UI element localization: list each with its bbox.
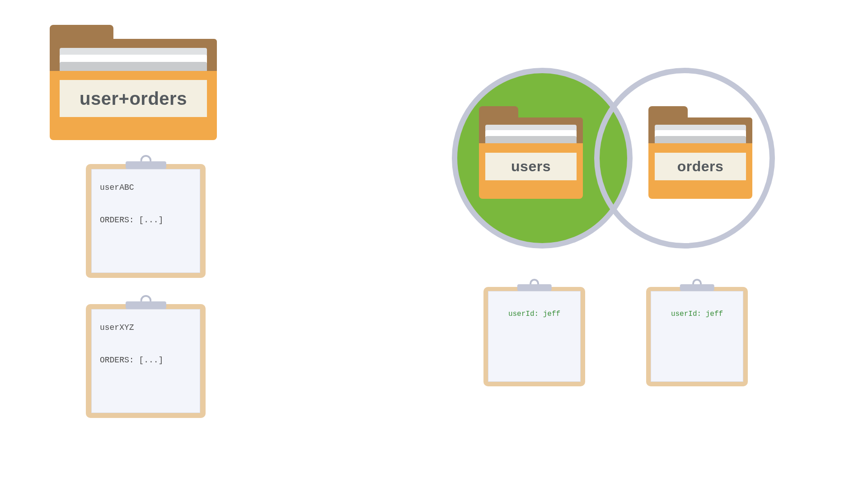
clipboard-clip-icon — [125, 155, 166, 169]
clipboard-page: userId: jeff — [488, 291, 581, 382]
folder-user-orders: user+orders — [50, 25, 217, 140]
folder-label: users — [485, 153, 577, 181]
folder-users: users — [479, 106, 583, 199]
clipboard-page: userXYZ ORDERS: [...] — [91, 309, 200, 413]
folder-label: orders — [655, 153, 746, 181]
clipboard-user-xyz: userXYZ ORDERS: [...] — [86, 291, 206, 418]
clipboard-clip-icon — [125, 295, 166, 309]
folder-label: user+orders — [60, 80, 207, 117]
diagram-stage: user+orders userABC ORDERS: [...] userXY… — [0, 0, 868, 488]
clipboard-orders-doc: userId: jeff — [646, 276, 748, 386]
clipboard-page: userId: jeff — [651, 291, 743, 382]
clipboard-clip-icon — [680, 279, 714, 291]
clipboard-users-doc: userId: jeff — [483, 276, 585, 386]
folder-orders: orders — [648, 106, 752, 199]
clipboard-clip-icon — [517, 279, 552, 291]
clipboard-page: userABC ORDERS: [...] — [91, 169, 200, 273]
clipboard-user-abc: userABC ORDERS: [...] — [86, 151, 206, 278]
